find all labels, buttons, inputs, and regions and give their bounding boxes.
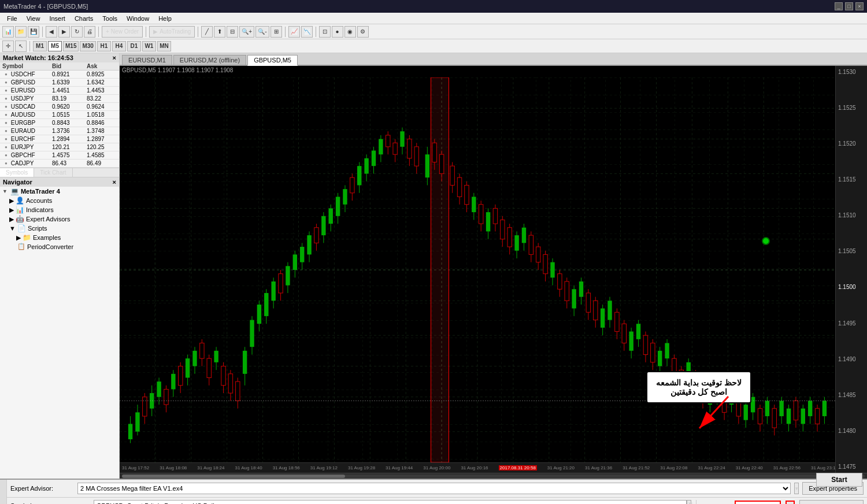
forward-btn[interactable]: ▶ — [58, 26, 70, 38]
indicator-btn[interactable]: 📈 — [288, 26, 300, 38]
autotrading-button[interactable]: ▶ AutoTrading — [149, 26, 195, 38]
chart-scrollbar[interactable] — [120, 473, 867, 479]
market-watch-row[interactable]: ●USDJPY83.1983.22 — [0, 95, 119, 103]
svg-rect-56 — [207, 358, 211, 377]
symbol-properties-btn[interactable]: Symbol properties — [799, 500, 864, 504]
chart3-btn[interactable]: ◉ — [344, 26, 356, 38]
terminal-btn[interactable]: ⊡ — [319, 26, 331, 38]
menu-insert[interactable]: Insert — [45, 13, 70, 24]
minimize-button[interactable]: _ — [835, 2, 843, 10]
settings-btn[interactable]: ⚙ — [357, 26, 369, 38]
period-dropdown-btn[interactable]: ▼ — [786, 501, 795, 504]
time-highlighted: 2017.08.31 20:58 — [499, 465, 537, 470]
tab-eurusd-m1[interactable]: EURUSD,M1 — [122, 55, 172, 65]
market-watch-row[interactable]: ●EURUSD1.44511.4453 — [0, 87, 119, 95]
menu-tools[interactable]: Tools — [98, 13, 122, 24]
zoom-out-btn[interactable]: 🔍- — [255, 26, 269, 38]
symbol-input[interactable] — [94, 500, 687, 504]
menu-window[interactable]: Window — [122, 13, 154, 24]
nav-period-converter[interactable]: 📋 PeriodConverter — [0, 242, 119, 251]
nav-accounts[interactable]: ▶ 👤 Accounts — [0, 196, 119, 205]
market-watch-row[interactable]: ●GBPUSD1.63391.6342 — [0, 79, 119, 87]
period-h1[interactable]: H1 — [97, 41, 111, 51]
line-btn[interactable]: ╱ — [201, 26, 213, 38]
zoom-in-btn[interactable]: 🔍+ — [239, 26, 254, 38]
market-watch-row[interactable]: ●EURGBP0.88430.8846 — [0, 119, 119, 127]
period-m15[interactable]: M15 — [63, 41, 79, 51]
crosshair-btn[interactable]: ✛ — [2, 40, 14, 52]
indicator3-btn[interactable]: ● — [332, 26, 343, 38]
price-12: 1.1475 — [838, 464, 865, 470]
new-chart-btn[interactable]: 📊 — [2, 26, 14, 38]
nav-metatrader4[interactable]: ▼ 💻 MetaTrader 4 — [0, 187, 119, 196]
properties-btn[interactable]: ⊞ — [271, 26, 282, 38]
menu-file[interactable]: File — [2, 13, 22, 24]
nav-period-converter-label: PeriodConverter — [27, 243, 73, 250]
svg-rect-178 — [651, 343, 655, 362]
nav-expert-advisors[interactable]: ▶ 🤖 Expert Advisors — [0, 214, 119, 224]
ea-select[interactable]: 2 MA Crosses Mega filter EA V1.ex4 — [77, 483, 791, 494]
tab-tick-chart[interactable]: Tick Chart — [34, 168, 72, 177]
mw-ask: 1.4585 — [84, 151, 119, 159]
symbol-dropdown-btn[interactable]: ▼ — [687, 500, 691, 504]
scripts-folder-icon: 📄 — [17, 224, 26, 232]
navigator-close[interactable]: × — [113, 179, 116, 186]
print-btn[interactable]: 🖨 — [84, 26, 95, 38]
svg-rect-122 — [450, 166, 454, 185]
svg-rect-138 — [507, 228, 512, 247]
market-watch-row[interactable]: ●CADJPY86.4386.49 — [0, 160, 119, 168]
menu-charts[interactable]: Charts — [70, 13, 98, 24]
save-btn[interactable]: 💾 — [28, 26, 39, 38]
chart-area: EURUSD,M1 EURUSD,M2 (offline) GBPUSD,M5 … — [120, 53, 867, 479]
market-watch-row[interactable]: ●EURCHF1.28941.2897 — [0, 135, 119, 143]
nav-indicators[interactable]: ▶ 📊 Indicators — [0, 205, 119, 214]
menu-view[interactable]: View — [22, 13, 45, 24]
svg-rect-66 — [243, 351, 247, 374]
sep2 — [98, 27, 99, 37]
market-watch-row[interactable]: ●AUDUSD1.05151.0518 — [0, 111, 119, 119]
market-watch-row[interactable]: ●EURAUD1.37361.3748 — [0, 127, 119, 135]
market-watch-row[interactable]: ●EURJPY120.21120.25 — [0, 143, 119, 151]
period-d1[interactable]: D1 — [127, 41, 141, 51]
open-btn[interactable]: 📁 — [15, 26, 27, 38]
tab-gbpusd-m5[interactable]: GBPUSD,M5 — [247, 55, 298, 66]
close-button[interactable]: × — [855, 2, 864, 10]
period-w1[interactable]: W1 — [142, 41, 156, 51]
nav-scripts[interactable]: ▼ 📄 Scripts — [0, 224, 119, 233]
market-watch-tabs: Symbols Tick Chart — [0, 168, 119, 177]
svg-rect-104 — [379, 139, 383, 155]
navigator: Navigator × ▼ 💻 MetaTrader 4 ▶ 👤 Account… — [0, 177, 119, 479]
ea-select-arrow[interactable]: ▼ — [794, 483, 799, 494]
refresh-btn[interactable]: ↻ — [71, 26, 83, 38]
trend-btn[interactable]: ⬆ — [214, 26, 225, 38]
tab-eurusd-m2[interactable]: EURUSD,M2 (offline) — [173, 55, 246, 65]
period-m1[interactable]: M1 — [33, 41, 47, 51]
channel-btn[interactable]: ⊟ — [227, 26, 238, 38]
cursor-btn[interactable]: ↖ — [15, 40, 27, 52]
back-btn[interactable]: ◀ — [46, 26, 57, 38]
tab-symbols[interactable]: Symbols — [0, 168, 34, 177]
new-order-button[interactable]: + New Order — [102, 26, 143, 38]
maximize-button[interactable]: □ — [845, 2, 853, 10]
scrollbar-thumb[interactable] — [122, 475, 345, 478]
time-8: 31 Aug 19:44 — [386, 465, 413, 470]
nav-examples[interactable]: ▶ 📁 Examples — [0, 233, 119, 242]
period-mn[interactable]: MN — [157, 41, 171, 51]
time-16: 31 Aug 22:40 — [736, 465, 763, 470]
market-watch-row[interactable]: ●GBPCHF1.45751.4585 — [0, 151, 119, 160]
start-button[interactable]: Start — [816, 473, 862, 487]
price-9: 1.1490 — [838, 356, 865, 362]
period-m30[interactable]: M30 — [80, 41, 95, 51]
period-m5[interactable]: M5 — [48, 41, 62, 51]
period-h4[interactable]: H4 — [112, 41, 126, 51]
main-area: Market Watch: 16:24:53 × Symbol Bid Ask … — [0, 53, 867, 479]
menu-help[interactable]: Help — [154, 13, 176, 24]
market-watch-close[interactable]: × — [113, 54, 116, 61]
chart-canvas[interactable]: GBPUSD,M5 1.1907 1.1908 1.1907 1.1908 — [120, 66, 867, 473]
market-watch-row[interactable]: ●USDCAD0.96200.9624 — [0, 103, 119, 111]
indicator2-btn[interactable]: 📉 — [301, 26, 313, 38]
market-watch-row[interactable]: ●USDCHF0.89210.8925 — [0, 71, 119, 79]
time-18: 31 Aug 23:12 — [811, 465, 835, 470]
period-input[interactable] — [735, 501, 781, 504]
time-17: 31 Aug 22:56 — [773, 465, 801, 470]
